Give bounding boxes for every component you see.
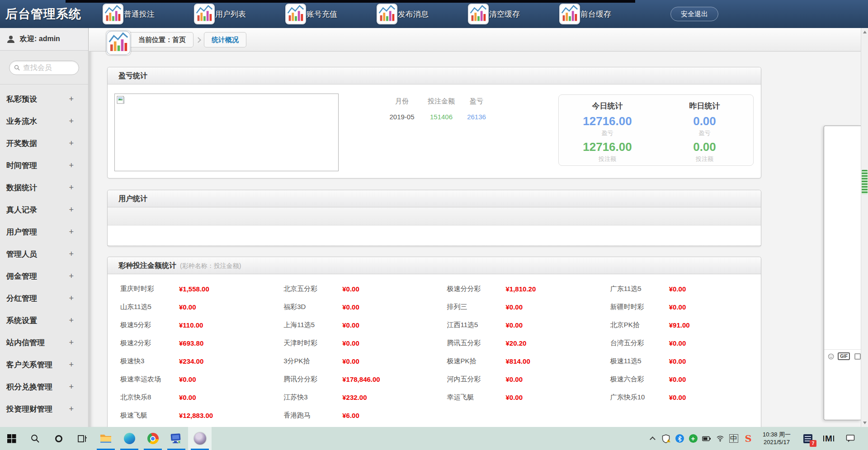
topnav-item[interactable]: 前台缓存 [559,0,651,28]
topnav-item[interactable]: 用户列表 [194,0,285,28]
chart-icon [468,4,489,24]
topnav-item[interactable]: 账号充值 [285,0,377,28]
lottery-amount: ¥814.00 [506,357,530,365]
expand-plus-icon[interactable]: + [69,117,74,126]
user-table-value-row [108,225,761,246]
panel-subtitle: (彩种名称：投注金额) [180,262,241,270]
im-app-button[interactable]: M [818,427,839,450]
breadcrumb-current[interactable]: 统计概况 [204,32,246,47]
sidebar-item[interactable]: 私彩预设 + [0,88,88,110]
lottery-stats-panel: 彩种投注金额统计 (彩种名称：投注金额) 重庆时时彩 ¥1,558.00 北京五… [107,257,761,427]
chrome-button[interactable] [141,427,165,450]
antivirus-plus-icon: + [689,434,698,443]
lottery-item: 极速六合彩 ¥0.00 [598,370,761,388]
scroll-down-arrow[interactable] [863,422,867,424]
cortana-button[interactable] [47,427,71,450]
expand-plus-icon[interactable]: + [69,316,74,325]
today-stats: 今日统计 12716.00 盈亏 12716.00 投注额 [559,95,656,165]
lottery-amount: ¥0.00 [179,394,196,401]
tray-expand-button[interactable] [646,427,659,450]
expand-plus-icon[interactable]: + [69,404,74,414]
expand-plus-icon[interactable]: + [69,94,74,104]
sidebar-item[interactable]: 佣金管理 + [0,265,88,287]
bluetooth-button[interactable] [673,427,686,450]
emoji-icon[interactable] [828,352,834,361]
expand-plus-icon[interactable]: + [69,139,74,148]
expand-plus-icon[interactable]: + [69,205,74,215]
sidebar-item[interactable]: 站内信管理 + [0,332,88,354]
sogou-button[interactable]: S [741,427,756,450]
scroll-up-arrow[interactable] [863,31,867,33]
sidebar-item[interactable]: 客户关系管理 + [0,354,88,376]
sidebar-item[interactable]: 用户管理 + [0,221,88,243]
top-bar: 后台管理系统 普通投注 [0,0,868,28]
taskbar-search-button[interactable] [24,427,47,450]
gif-button[interactable]: GIF [838,352,850,360]
sidebar-item[interactable]: 系统设置 + [0,309,88,332]
battery-button[interactable] [700,427,713,450]
sidebar-item[interactable]: 分红管理 + [0,287,88,309]
taskbar-clock[interactable]: 10:38 周一 2021/5/17 [756,431,797,446]
expand-plus-icon[interactable]: + [69,249,74,259]
scrollbar-vertical[interactable] [861,28,868,427]
ime-chinese-label: 中 [729,434,738,443]
expand-plus-icon[interactable]: + [69,382,74,392]
topnav-item[interactable]: 普通投注 [103,0,194,28]
sidebar-item[interactable]: 真人记录 + [0,199,88,221]
action-center-button[interactable] [839,427,862,450]
lottery-amount: ¥0.00 [342,321,359,329]
monthly-table-header: 月份 投注金额 盈亏 [384,97,490,106]
sidebar-item[interactable]: 时间管理 + [0,155,88,177]
lottery-amount: ¥0.00 [669,375,686,383]
expand-plus-icon[interactable]: + [69,338,74,347]
sidebar-item[interactable]: 数据统计 + [0,177,88,199]
member-search-area [0,51,88,84]
chart-icon [103,4,123,24]
notification-app-button[interactable]: 7 [797,427,818,450]
start-button[interactable] [0,427,24,450]
logout-button[interactable]: 安全退出 [670,7,718,21]
lottery-name: 江西11选5 [447,321,506,329]
lottery-name: 山东11选5 [120,303,179,311]
ime-indicator[interactable]: 中 [727,427,741,450]
lottery-name: 北京五分彩 [283,285,342,293]
expand-plus-icon[interactable]: + [69,272,74,281]
wifi-button[interactable] [713,427,727,450]
sidebar-item[interactable]: 投资理财管理 + [0,398,88,420]
antivirus-button[interactable]: + [686,427,700,450]
lottery-amount: ¥0.00 [342,303,359,311]
sidebar-item[interactable]: 业务流水 + [0,110,88,132]
screenshot-icon[interactable] [854,353,861,360]
lottery-item: 香港跑马 ¥6.00 [271,406,434,424]
member-search-input[interactable] [23,64,74,72]
lottery-item: 极速5分彩 ¥110.00 [108,316,271,334]
lottery-item: 极速PK拾 ¥814.00 [434,352,598,370]
scrollbar-thumb[interactable] [862,170,868,194]
member-search-box[interactable] [9,61,79,75]
active-app-avatar-button[interactable] [188,427,212,450]
avatar-icon [194,432,206,445]
edge-icon [124,433,135,444]
expand-plus-icon[interactable]: + [69,161,74,170]
lottery-item: 山东11选5 ¥0.00 [108,298,271,316]
expand-plus-icon[interactable]: + [69,227,74,237]
expand-plus-icon[interactable]: + [69,294,74,303]
shield-warning-icon [661,434,670,443]
sidebar-item[interactable]: 开奖数据 + [0,132,88,155]
expand-plus-icon[interactable]: + [69,360,74,370]
security-shield-button[interactable] [659,427,673,450]
sidebar-item[interactable]: 管理人员 + [0,243,88,265]
sidebar-item[interactable]: 积分兑换管理 + [0,376,88,398]
lottery-item: 北京快乐8 ¥0.00 [108,388,271,406]
chat-window[interactable]: GIF [824,126,861,420]
sogou-icon: S [745,433,751,444]
expand-plus-icon[interactable]: + [69,183,74,192]
chart-icon [559,4,580,24]
remote-desktop-button[interactable]: x [165,427,188,450]
edge-button[interactable] [118,427,141,450]
lottery-item: 河内五分彩 ¥0.00 [434,370,598,388]
task-view-button[interactable] [71,427,94,450]
file-explorer-button[interactable] [94,427,118,450]
topnav-item[interactable]: 清空缓存 [468,0,559,28]
topnav-item[interactable]: 发布消息 [377,0,468,28]
